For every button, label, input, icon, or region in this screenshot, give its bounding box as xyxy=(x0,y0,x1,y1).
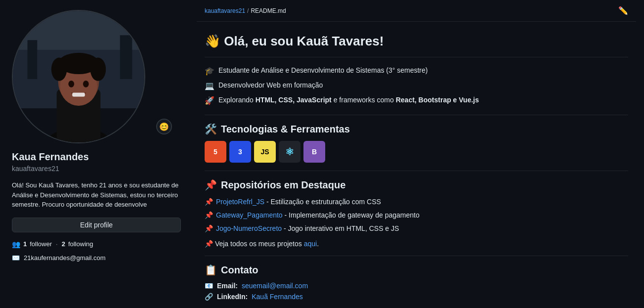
pin-icon: 📌 xyxy=(205,179,217,191)
svg-rect-3 xyxy=(120,35,132,79)
email-icon: ✉️ xyxy=(12,254,20,262)
readme-header: kauaftavares21 / README.md ✏️ xyxy=(197,0,636,22)
breadcrumb-user[interactable]: kauaftavares21 xyxy=(205,7,245,14)
main-content: kauaftavares21 / README.md ✏️ 👋 Olá, eu … xyxy=(193,0,644,308)
readme-body: 👋 Olá, eu sou Kauã Tavares! 🎓 Estudante … xyxy=(197,22,636,308)
email-icon: 📧 xyxy=(205,282,213,290)
intro-item-2: Desenvolvedor Web em formação xyxy=(218,80,323,90)
following-label: following xyxy=(68,240,93,248)
repo-list: 📌 ProjetoRefrl_JS - Estilização e estrut… xyxy=(205,197,628,234)
user-display-name: Kaua Fernandes xyxy=(12,151,89,163)
followers-count[interactable]: 1 xyxy=(23,240,27,248)
edit-profile-button[interactable]: Edit profile xyxy=(12,218,181,232)
repos-section-label: Repositórios em Destaque xyxy=(221,179,345,191)
list-item: 🚀 Explorando HTML, CSS, JavaScript e fra… xyxy=(205,95,628,107)
repo-2: Gateway_Pagamento - Implementação de gat… xyxy=(216,210,420,220)
avatar-container: 😊 xyxy=(12,10,181,143)
rocket-icon: 🚀 xyxy=(205,95,215,107)
see-all-link[interactable]: aqui xyxy=(304,240,317,248)
breadcrumb-file: README.md xyxy=(251,7,286,14)
list-item: 📌 Jogo-NumeroSecreto - Jogo interativo e… xyxy=(205,223,628,234)
contact-list: 📧 Email: seuemail@email.com 🔗 LinkedIn: … xyxy=(205,282,628,301)
svg-point-12 xyxy=(68,81,74,88)
user-handle: kauaftavares21 xyxy=(12,165,59,173)
divider-3 xyxy=(205,171,628,171)
contact-linkedin-item: 🔗 LinkedIn: Kauã Fernandes xyxy=(205,293,628,301)
intro-item-3: Explorando HTML, CSS, JavaScript e frame… xyxy=(218,95,479,105)
divider-2 xyxy=(205,115,628,115)
svg-rect-2 xyxy=(28,40,38,79)
pin-icon-2: 📌 xyxy=(205,210,213,220)
react-label: ⚛ xyxy=(285,146,294,158)
intro-list: 🎓 Estudante de Análise e Desenvolvimento… xyxy=(205,65,628,107)
pin-icon-1: 📌 xyxy=(205,197,213,207)
laptop-icon: 💻 xyxy=(205,80,215,92)
linkedin-link[interactable]: Kauã Fernandes xyxy=(252,293,303,301)
js-badge: JS xyxy=(254,141,276,163)
followers-label: follower xyxy=(30,240,52,248)
repo-link-1[interactable]: ProjetoRefrl_JS xyxy=(216,198,264,206)
readme-main-title: 👋 Olá, eu sou Kauã Tavares! xyxy=(205,34,628,49)
pin-icon-3: 📌 xyxy=(205,223,213,234)
followers-separator: · xyxy=(56,240,58,248)
repo-3: Jogo-NumeroSecreto - Jogo interativo em … xyxy=(216,223,399,234)
bootstrap-label: B xyxy=(312,148,317,156)
repo-desc-1: - Estilização e estruturação com CSS xyxy=(266,198,381,206)
sidebar: 😊 Kaua Fernandes kauaftavares21 Olá! Sou… xyxy=(0,0,193,308)
svg-point-13 xyxy=(83,81,89,88)
followers-icon: 👥 xyxy=(12,240,20,248)
list-item: 💻 Desenvolvedor Web em formação xyxy=(205,80,628,92)
html5-badge: 5 xyxy=(205,141,226,163)
contact-section-title: 📋 Contato xyxy=(205,264,628,276)
contact-email-item: 📧 Email: seuemail@email.com xyxy=(205,282,628,290)
repos-section-title: 📌 Repositórios em Destaque xyxy=(205,179,628,191)
divider-4 xyxy=(205,256,628,256)
list-item: 🎓 Estudante de Análise e Desenvolvimento… xyxy=(205,65,628,77)
breadcrumb: kauaftavares21 / README.md xyxy=(205,7,286,14)
linkedin-label: LinkedIn: xyxy=(217,293,248,301)
avatar-emoji-badge: 😊 xyxy=(156,119,172,134)
contact-icon: 📋 xyxy=(205,264,217,276)
tech-badges: 5 3 JS ⚛ B xyxy=(205,141,628,163)
css3-badge: 3 xyxy=(229,141,251,163)
email-address: 21kaufernandes@gmail.com xyxy=(24,254,106,262)
email-link[interactable]: seuemail@email.com xyxy=(242,282,308,290)
wrench-icon: 🛠️ xyxy=(205,123,217,135)
followers-row: 👥 1 follower · 2 following xyxy=(12,240,93,248)
graduation-icon: 🎓 xyxy=(205,65,215,77)
html5-label: 5 xyxy=(214,148,217,156)
tech-section-title: 🛠️ Tecnologias & Ferramentas xyxy=(205,123,628,135)
repo-link-2[interactable]: Gateway_Pagamento xyxy=(216,211,283,219)
email-row: ✉️ 21kaufernandes@gmail.com xyxy=(12,254,106,262)
svg-point-10 xyxy=(51,58,67,81)
see-all-line: 📌 Veja todos os meus projetos aqui. xyxy=(205,240,628,248)
css3-label: 3 xyxy=(238,148,242,156)
breadcrumb-separator: / xyxy=(247,7,249,14)
intro-item-1: Estudante de Análise e Desenvolvimento d… xyxy=(218,65,428,76)
pin-icon-seeall: 📌 xyxy=(205,240,213,248)
js-label: JS xyxy=(260,148,269,156)
svg-rect-14 xyxy=(72,93,85,97)
tech-section-label: Tecnologias & Ferramentas xyxy=(221,124,350,135)
contact-section-label: Contato xyxy=(221,264,258,276)
bootstrap-badge: B xyxy=(303,141,325,163)
linkedin-icon: 🔗 xyxy=(205,293,213,301)
list-item: 📌 Gateway_Pagamento - Implementação de g… xyxy=(205,210,628,220)
react-badge: ⚛ xyxy=(279,141,301,163)
edit-pencil-icon[interactable]: ✏️ xyxy=(618,6,628,15)
user-bio: Olá! Sou Kauã Tavares, tenho 21 anos e s… xyxy=(12,180,181,210)
following-count[interactable]: 2 xyxy=(62,240,65,248)
repo-link-3[interactable]: Jogo-NumeroSecreto xyxy=(216,224,282,232)
divider-1 xyxy=(205,57,628,57)
avatar xyxy=(12,10,145,143)
repo-desc-2: - Implementação de gateway de pagamento xyxy=(285,211,420,219)
repo-desc-3: - Jogo interativo em HTML, CSS e JS xyxy=(284,224,399,232)
repo-1: ProjetoRefrl_JS - Estilização e estrutur… xyxy=(216,197,381,207)
email-label: Email: xyxy=(217,282,238,290)
svg-point-11 xyxy=(90,58,106,81)
list-item: 📌 ProjetoRefrl_JS - Estilização e estrut… xyxy=(205,197,628,207)
